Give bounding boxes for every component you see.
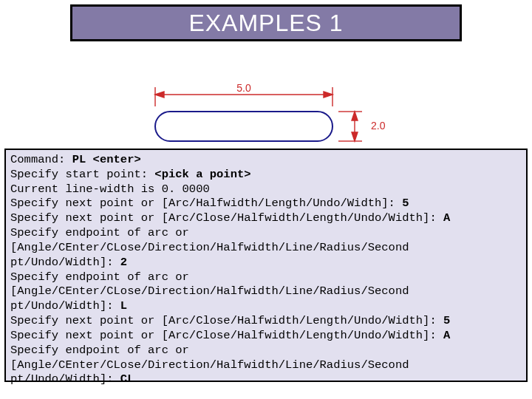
command-line: Specify next point or [Arc/Close/Halfwid…: [10, 211, 522, 226]
command-line: Specify endpoint of arc or: [10, 344, 522, 358]
command-line: pt/Undo/Width]: L: [10, 299, 522, 314]
svg-marker-5: [155, 92, 164, 98]
command-line: [Angle/CEnter/CLose/Direction/Halfwidth/…: [10, 284, 522, 299]
command-line: Specify endpoint of arc or: [10, 226, 522, 241]
dim-width-label: 5.0: [236, 82, 251, 94]
command-line: [Angle/CEnter/CLose/Direction/Halfwidth/…: [10, 358, 522, 373]
diagram: 5.0 2.0: [0, 41, 532, 149]
command-line: pt/Undo/Width]: CL: [10, 372, 522, 387]
title-bar: EXAMPLES 1: [70, 4, 462, 41]
svg-marker-6: [324, 92, 332, 98]
command-line: pt/Undo/Width]: 2: [10, 256, 522, 270]
command-line: Specify endpoint of arc or: [10, 270, 522, 285]
command-line: Specify start point: <pick a point>: [10, 168, 522, 183]
page-title: EXAMPLES 1: [188, 10, 343, 37]
command-line: Current line-width is 0. 0000: [10, 183, 522, 197]
dim-height-label: 2.0: [371, 120, 386, 132]
command-line: Specify next point or [Arc/Close/Halfwid…: [10, 329, 522, 344]
command-line: Specify next point or [Arc/Halfwidth/Len…: [10, 197, 522, 211]
command-line: [Angle/CEnter/CLose/Direction/Halfwidth/…: [10, 241, 522, 256]
command-line: Command: PL <enter>: [10, 153, 522, 168]
svg-marker-10: [352, 112, 358, 120]
command-log: Command: PL <enter>Specify start point: …: [4, 149, 528, 382]
command-line: Specify next point or [Arc/Close/Halfwid…: [10, 314, 522, 329]
svg-marker-11: [352, 132, 358, 141]
